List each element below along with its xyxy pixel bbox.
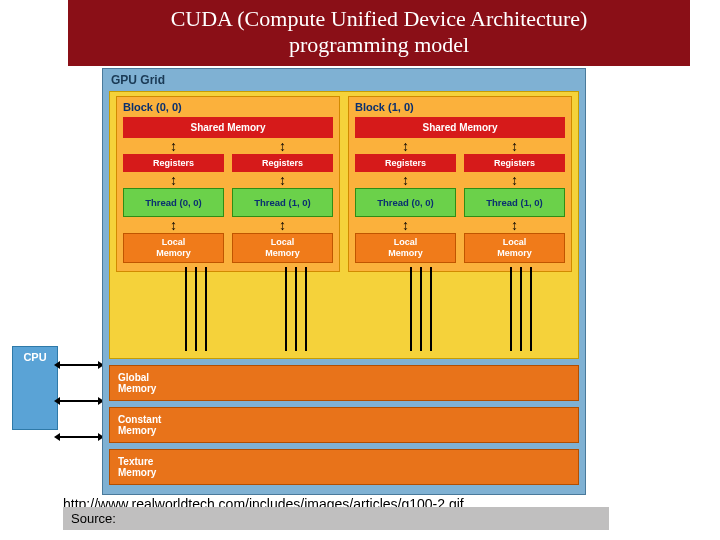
registers: Registers xyxy=(232,154,333,172)
diagram-stage: CPU GPU Grid Block (0, 0) Shared Memory … xyxy=(68,68,720,498)
local-mem-row: LocalMemory LocalMemory xyxy=(123,233,333,263)
source-box: Source: xyxy=(63,507,609,530)
thread-grid: Block (0, 0) Shared Memory ↕↕ Registers … xyxy=(109,91,579,359)
arrowhead-icon xyxy=(54,397,60,405)
block-1-0: Block (1, 0) Shared Memory ↕↕ Registers … xyxy=(348,96,572,272)
thread-0-0: Thread (0, 0) xyxy=(355,188,456,217)
connector-line xyxy=(285,267,287,351)
arrow-row: ↕↕ xyxy=(123,140,333,152)
connector-line xyxy=(420,267,422,351)
updown-arrow-icon: ↕ xyxy=(511,174,518,186)
thread-1-0: Thread (1, 0) xyxy=(464,188,565,217)
blocks-row: Block (0, 0) Shared Memory ↕↕ Registers … xyxy=(116,96,572,272)
updown-arrow-icon: ↕ xyxy=(170,174,177,186)
gpu-grid: GPU Grid Block (0, 0) Shared Memory ↕↕ R… xyxy=(102,68,586,495)
arrow-row: ↕↕ xyxy=(123,219,333,231)
local-memory: LocalMemory xyxy=(464,233,565,263)
constant-memory: ConstantMemory xyxy=(109,407,579,443)
device-memories: GlobalMemory ConstantMemory TextureMemor… xyxy=(109,365,579,485)
threads-row: Thread (0, 0) Thread (1, 0) xyxy=(355,188,565,217)
connector-line xyxy=(510,267,512,351)
updown-arrow-icon: ↕ xyxy=(170,140,177,152)
arrowhead-icon xyxy=(54,361,60,369)
registers-row: Registers Registers xyxy=(123,154,333,172)
block-title: Block (0, 0) xyxy=(123,101,333,113)
connector-line xyxy=(195,267,197,351)
local-mem-row: LocalMemory LocalMemory xyxy=(355,233,565,263)
thread-0-0: Thread (0, 0) xyxy=(123,188,224,217)
block-0-0: Block (0, 0) Shared Memory ↕↕ Registers … xyxy=(116,96,340,272)
registers: Registers xyxy=(464,154,565,172)
updown-arrow-icon: ↕ xyxy=(279,174,286,186)
updown-arrow-icon: ↕ xyxy=(511,140,518,152)
threads-row: Thread (0, 0) Thread (1, 0) xyxy=(123,188,333,217)
cpu-tmem-arrow xyxy=(58,436,100,438)
shared-memory: Shared Memory xyxy=(355,117,565,138)
block-title: Block (1, 0) xyxy=(355,101,565,113)
updown-arrow-icon: ↕ xyxy=(511,219,518,231)
slide-title: CUDA (Compute Unified Device Architectur… xyxy=(68,0,690,66)
arrow-row: ↕↕ xyxy=(355,174,565,186)
connector-line xyxy=(295,267,297,351)
cpu-gmem-arrow xyxy=(58,364,100,366)
connector-line xyxy=(430,267,432,351)
local-memory: LocalMemory xyxy=(123,233,224,263)
local-memory: LocalMemory xyxy=(355,233,456,263)
gpu-title: GPU Grid xyxy=(111,73,579,87)
title-line1: CUDA (Compute Unified Device Architectur… xyxy=(68,6,690,32)
local-memory: LocalMemory xyxy=(232,233,333,263)
connector-line xyxy=(530,267,532,351)
cpu-cmem-arrow xyxy=(58,400,100,402)
updown-arrow-icon: ↕ xyxy=(170,219,177,231)
arrow-row: ↕↕ xyxy=(355,140,565,152)
title-line2: programming model xyxy=(68,32,690,58)
connector-line xyxy=(410,267,412,351)
updown-arrow-icon: ↕ xyxy=(279,140,286,152)
updown-arrow-icon: ↕ xyxy=(402,174,409,186)
updown-arrow-icon: ↕ xyxy=(402,219,409,231)
connector-line xyxy=(185,267,187,351)
cpu-box: CPU xyxy=(12,346,58,430)
arrowhead-icon xyxy=(54,433,60,441)
registers: Registers xyxy=(355,154,456,172)
registers: Registers xyxy=(123,154,224,172)
connector-line xyxy=(520,267,522,351)
registers-row: Registers Registers xyxy=(355,154,565,172)
cpu-label: CPU xyxy=(23,351,46,363)
arrow-row: ↕↕ xyxy=(355,219,565,231)
connector-line xyxy=(205,267,207,351)
connector-line xyxy=(305,267,307,351)
updown-arrow-icon: ↕ xyxy=(402,140,409,152)
texture-memory: TextureMemory xyxy=(109,449,579,485)
source-label: Source: xyxy=(71,511,116,526)
shared-memory: Shared Memory xyxy=(123,117,333,138)
updown-arrow-icon: ↕ xyxy=(279,219,286,231)
global-memory: GlobalMemory xyxy=(109,365,579,401)
arrow-row: ↕↕ xyxy=(123,174,333,186)
thread-1-0: Thread (1, 0) xyxy=(232,188,333,217)
